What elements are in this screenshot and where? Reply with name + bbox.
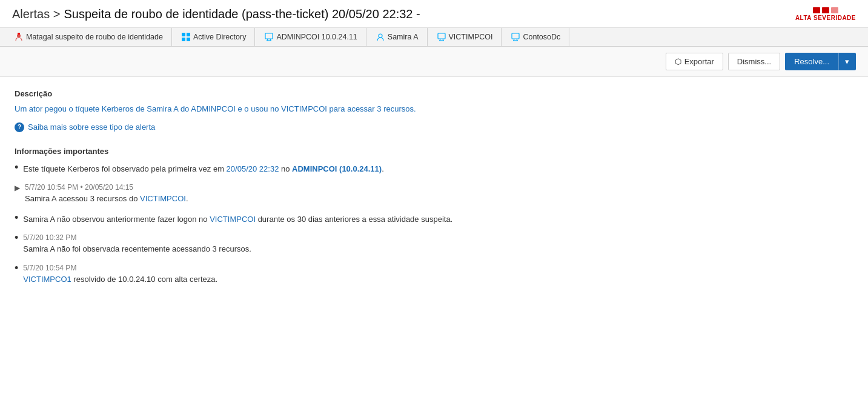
resolve-button[interactable]: Resolve... [785,53,838,70]
learn-more-label: Saiba mais sobre esse tipo de alerta [28,122,155,132]
bullet-icon: • [15,263,18,273]
description-text: Um ator pegou o tíquete Kerberos de Sami… [15,103,853,115]
resolve-button-group: Resolve... ▾ [785,53,856,70]
severity-label: ALTA SEVERIDADE [795,15,856,21]
item-content-4: 5/7/20 10:32 PM Samira A não foi observa… [23,233,251,255]
export-button[interactable]: ⬡ Exportar [666,53,723,70]
tab-ad[interactable]: Active Directory [173,28,256,46]
tab-adminpcoi[interactable]: ADMINPCOI 10.0.24.11 [256,28,366,46]
page-title-text: Suspeita de roubo de identidade (pass-th… [64,7,420,21]
help-icon: ? [15,122,24,132]
svg-rect-3 [187,33,190,36]
item-text-2: Samira A acessou 3 recursos do VICTIMPCO… [25,193,188,205]
info-list: • Este tíquete Kerberos foi observado pe… [15,163,853,286]
main-content: Descrição Um ator pegou o tíquete Kerber… [0,77,868,306]
item-timestamp-2: 5/7/20 10:54 PM • 20/05/20 14:15 [25,183,188,192]
tab-contosodc[interactable]: ContosoDc [503,28,569,46]
list-item: ▶ 5/7/20 10:54 PM • 20/05/20 14:15 Samir… [15,183,853,205]
caret-icon: ▾ [845,57,849,66]
monitor-icon-1 [265,33,273,41]
tab-matagal-label: Matagal suspeito de roubo de identidade [26,33,163,41]
toolbar: ⬡ Exportar Dismiss... Resolve... ▾ [0,47,868,77]
windows-icon [182,33,190,41]
breadcrumb-prefix: Alertas > [12,7,60,21]
dismiss-label: Dismiss... [737,57,771,66]
svg-rect-4 [182,38,185,41]
bullet-icon: • [15,232,18,243]
timestamp-sep: • [80,183,85,192]
timestamp-2a: 5/7/20 10:54 PM [25,183,78,192]
item-timestamp-4: 5/7/20 10:32 PM [23,233,251,242]
svg-rect-15 [512,33,519,39]
victimpc01-link[interactable]: VICTIMPCO1 [23,275,71,284]
tab-matagal[interactable]: Matagal suspeito de roubo de identidade [6,28,172,46]
timestamp-2b: 20/05/20 14:15 [85,183,133,192]
list-item: • Este tíquete Kerberos foi observado pe… [15,163,853,175]
severity-dots [813,7,838,13]
svg-rect-1 [18,33,20,35]
tab-victimpcoi-label: VICTIMPCOI [449,33,493,41]
export-label: Exportar [684,57,714,66]
item-text-4: Samira A não foi observada recentemente … [23,243,251,255]
severity-dot-1 [813,7,820,13]
monitor-icon-3 [511,33,520,41]
tab-samira-label: Samira A [388,33,419,41]
item-timestamp-5: 5/7/20 10:54 PM [23,264,217,272]
victimpcoi-link-2[interactable]: VICTIMPCOI [140,194,186,203]
dismiss-button[interactable]: Dismiss... [728,53,780,70]
resolve-caret-button[interactable]: ▾ [838,53,856,70]
monitor-icon-2 [437,33,446,41]
severity-dot-3 [831,7,838,13]
bullet-icon: • [15,212,18,223]
victimpcoi-link-3[interactable]: VICTIMPCOI [210,215,256,224]
resolve-label: Resolve... [794,57,829,66]
user-alert-icon [15,33,23,41]
page-title: Alertas > Suspeita de roubo de identidad… [12,7,420,21]
list-item: • 5/7/20 10:54 PM VICTIMPCO1 resolvido d… [15,264,853,286]
tabs-bar: Matagal suspeito de roubo de identidade … [0,28,868,47]
tab-contosodc-label: ContosoDc [523,33,560,41]
important-section-label: Informações importantes [15,147,853,156]
svg-rect-5 [187,38,190,41]
learn-more-link[interactable]: ? Saiba mais sobre esse tipo de alerta [15,122,853,132]
item-text-3: Samira A não observou anteriormente faze… [23,213,452,226]
timestamp-link-1: 20/05/20 22:32 [227,164,279,173]
svg-rect-2 [182,33,185,36]
item-text-1: Este tíquete Kerberos foi observado pela… [23,163,383,175]
list-item: • Samira A não observou anteriormente fa… [15,213,853,226]
item-content-2: 5/7/20 10:54 PM • 20/05/20 14:15 Samira … [25,183,188,205]
item-content-5: 5/7/20 10:54 PM VICTIMPCO1 resolvido de … [23,264,217,286]
item-text-5: VICTIMPCO1 resolvido de 10.0.24.10 com a… [23,273,217,286]
bullet-icon: • [15,162,18,173]
tab-ad-label: Active Directory [193,33,247,41]
list-item: • 5/7/20 10:32 PM Samira A não foi obser… [15,233,853,255]
adminpcoi-link-1[interactable]: ADMINPCOI (10.0.24.11) [292,164,382,173]
export-icon: ⬡ [675,57,681,66]
page-header: Alertas > Suspeita de roubo de identidad… [0,0,868,28]
tab-adminpcoi-label: ADMINPCOI 10.0.24.11 [276,33,357,41]
svg-rect-6 [265,33,273,39]
description-section-label: Descrição [15,89,853,98]
severity-badge: ALTA SEVERIDADE [795,7,856,21]
expand-icon[interactable]: ▶ [15,184,20,192]
tab-victimpcoi[interactable]: VICTIMPCOI [429,28,502,46]
user-icon [376,33,385,41]
severity-dot-2 [822,7,829,13]
svg-point-10 [379,34,382,38]
tab-samira[interactable]: Samira A [368,28,428,46]
svg-rect-11 [438,33,445,39]
